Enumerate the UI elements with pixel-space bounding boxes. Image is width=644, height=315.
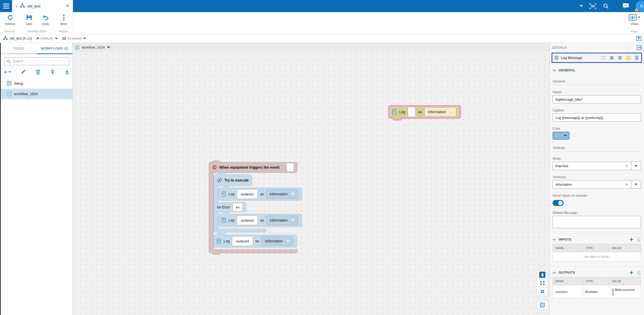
- refresh-button[interactable]: Refresh: [2, 14, 18, 25]
- reset-inputs-toggle[interactable]: [553, 200, 564, 206]
- column-header: TYPE: [583, 277, 609, 285]
- dropdown-button[interactable]: [631, 162, 641, 170]
- version-selector[interactable]: A (Default): [36, 36, 58, 40]
- details-panel-title: DETAILS: [552, 46, 567, 50]
- reset-inputs-label: Reset inputs on activate:: [553, 194, 641, 197]
- canvas-tab-workflow-1024[interactable]: workflow_1024: [75, 45, 110, 50]
- close-tab-icon[interactable]: ✕: [66, 3, 69, 9]
- table-row[interactable]: success Boolean {{ $this.success }}: [553, 285, 641, 298]
- back-chevron-icon[interactable]: ‹: [16, 3, 17, 8]
- zoom-collapse-button[interactable]: [537, 287, 548, 296]
- delete-block-icon[interactable]: [635, 55, 639, 60]
- log-block-3[interactable]: Log as Information: [214, 235, 297, 247]
- log-message-field[interactable]: [232, 236, 253, 246]
- column-header: NAME: [553, 244, 583, 252]
- clear-icon[interactable]: ✕: [622, 164, 631, 168]
- chevron-down-icon: [55, 38, 58, 39]
- list-item-workflow-1024[interactable]: workflow_1024: [1, 89, 72, 99]
- zoom-expand-button[interactable]: [537, 279, 548, 287]
- sync-status-icon[interactable]: [626, 55, 631, 60]
- search-icon[interactable]: [603, 3, 609, 9]
- tab-tasks[interactable]: TASKS: [1, 43, 37, 54]
- ribbon-separator: [19, 14, 19, 32]
- move-to-top-icon[interactable]: [50, 70, 55, 74]
- topbar-dropdown-icon[interactable]: [580, 5, 583, 7]
- fit-to-selection-button[interactable]: [537, 301, 548, 309]
- workflow-tree-icon: [20, 3, 25, 9]
- divider: [550, 266, 644, 267]
- delete-input-button[interactable]: [637, 237, 641, 242]
- log-block-2[interactable]: Log as Information: [219, 214, 302, 227]
- collapse-block-icon[interactable]: [610, 56, 614, 60]
- collapse-ribbon-button[interactable]: [636, 36, 641, 41]
- event-block-header[interactable]: When equipment triggers the event: [209, 162, 297, 173]
- section-general[interactable]: GENERAL: [550, 68, 644, 73]
- hamburger-menu-button[interactable]: [0, 0, 12, 12]
- verbosity-dropdown[interactable]: Information: [261, 236, 293, 246]
- canvas-extra-control[interactable]: [537, 314, 548, 315]
- caption-field[interactable]: [553, 113, 641, 122]
- topbar-actions: A: [580, 1, 644, 12]
- name-field[interactable]: [553, 95, 641, 103]
- verbosity-dropdown[interactable]: Information: [424, 107, 456, 117]
- log-message-field[interactable]: [237, 215, 258, 225]
- drag-handle[interactable]: [2, 91, 4, 97]
- mode-combobox[interactable]: RawText ✕: [553, 162, 641, 170]
- verbosity-combobox[interactable]: Information ✕: [553, 180, 641, 189]
- log-document-icon: [217, 238, 221, 244]
- section-inputs[interactable]: INPUTS +: [550, 237, 644, 242]
- gear-icon[interactable]: ⚙: [618, 55, 622, 60]
- undo-button[interactable]: Undo: [37, 14, 53, 25]
- error-variable-field[interactable]: [233, 203, 243, 212]
- add-workflow-button[interactable]: +: [4, 68, 11, 76]
- search-input[interactable]: [13, 59, 67, 63]
- dropdown-button[interactable]: [631, 180, 641, 188]
- chat-icon[interactable]: [622, 3, 629, 9]
- add-output-button[interactable]: +: [630, 270, 633, 275]
- try-block[interactable]: Try to execute: [214, 175, 302, 232]
- move-to-bottom-icon[interactable]: [65, 70, 70, 74]
- on-error-section[interactable]: on Error: [214, 202, 246, 212]
- hide-details-button[interactable]: [637, 45, 642, 50]
- default-message-field[interactable]: [553, 216, 641, 228]
- log-message-field[interactable]: [237, 189, 258, 199]
- scan-barcode-icon[interactable]: [590, 3, 596, 9]
- breadcrumb-title: old_test [A.12]: [10, 36, 32, 40]
- add-input-button[interactable]: +: [630, 237, 633, 242]
- selected-log-block[interactable]: Log as Information: [388, 105, 461, 119]
- more-button[interactable]: More: [56, 14, 72, 25]
- color-picker[interactable]: [553, 132, 570, 140]
- log-message-field[interactable]: [408, 107, 415, 117]
- verbosity-dropdown[interactable]: Information: [266, 216, 298, 225]
- revision-selector[interactable]: 12 (Created): [62, 36, 86, 40]
- workflow-studio-app: ‹ old_test ✕ A: [0, 0, 644, 315]
- event-param-field[interactable]: [286, 163, 294, 172]
- delete-output-button[interactable]: [637, 271, 641, 275]
- event-block-group[interactable]: When equipment triggers the event: [209, 162, 302, 253]
- tab-title: old_test: [27, 4, 63, 8]
- tab-workflows[interactable]: WORKFLOWS (2): [37, 43, 73, 54]
- try-block-footer: [214, 228, 266, 232]
- user-avatar[interactable]: A: [636, 1, 644, 12]
- expand-block-icon[interactable]: [601, 56, 606, 60]
- minimap-toggle-button[interactable]: [537, 270, 548, 279]
- sidebar-toolbar: +: [1, 67, 72, 77]
- save-button[interactable]: Save: [21, 14, 37, 25]
- try-block-header[interactable]: Try to execute: [214, 175, 252, 186]
- log-block-1[interactable]: Log as Information: [219, 188, 302, 201]
- document-tab[interactable]: ‹ old_test ✕: [12, 0, 73, 12]
- drag-handle[interactable]: [2, 80, 4, 87]
- more-icon: [63, 14, 65, 21]
- inputs-table: NAME TYPE VALUE No data to show.: [553, 244, 641, 261]
- edit-icon[interactable]: [21, 69, 26, 74]
- delete-icon[interactable]: [36, 69, 40, 74]
- views-button[interactable]: Views: [627, 14, 642, 25]
- canvas-fit-controls: [537, 301, 548, 309]
- section-outputs[interactable]: OUTPUTS +: [550, 270, 644, 275]
- workflow-canvas[interactable]: Log as Information When equipment trigge: [73, 52, 549, 315]
- list-item-setup[interactable]: Setup: [1, 78, 72, 89]
- output-value: {{ $this.success }}: [609, 285, 641, 298]
- verbosity-dropdown[interactable]: Information: [266, 189, 298, 199]
- clear-icon[interactable]: ✕: [622, 182, 631, 187]
- workflow-canvas-panel: workflow_1024: [73, 43, 549, 315]
